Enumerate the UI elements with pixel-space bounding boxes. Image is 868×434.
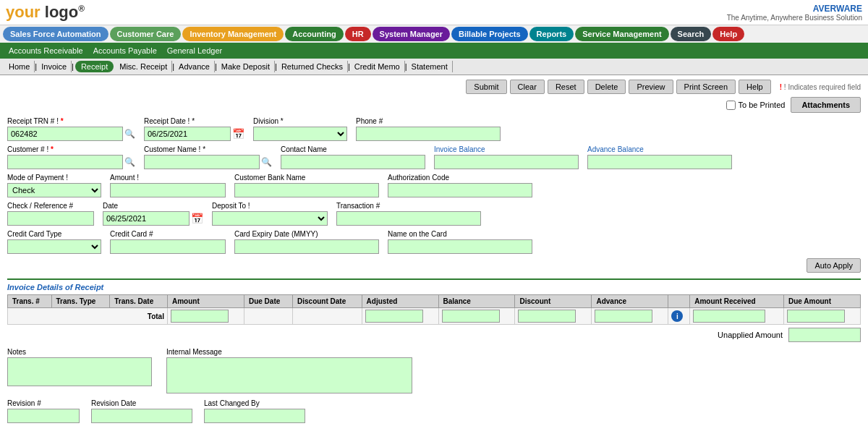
- info-icon[interactable]: i: [671, 310, 683, 322]
- form-row-4: Check / Reference # Date 📅 Deposit To ! …: [7, 202, 861, 226]
- check-ref-group: Check / Reference #: [7, 202, 94, 226]
- customer-bank-input[interactable]: [234, 183, 379, 197]
- unapplied-label: Unapplied Amount: [718, 331, 783, 339]
- preview-button[interactable]: Preview: [629, 80, 673, 94]
- total-due-amount-input[interactable]: [787, 310, 845, 323]
- receipt-date-group: Receipt Date ! * 📅: [144, 117, 244, 141]
- invoice-balance-link[interactable]: Invoice Balance: [434, 145, 485, 153]
- subnav-gl[interactable]: General Ledger: [163, 45, 226, 56]
- total-amount-received-input[interactable]: [693, 310, 765, 323]
- tab-advance[interactable]: Advance: [174, 61, 215, 72]
- amount-input[interactable]: [110, 183, 226, 197]
- customer-num-input[interactable]: [7, 155, 123, 169]
- nav-reports[interactable]: Reports: [529, 27, 574, 41]
- nav-service[interactable]: Service Management: [575, 27, 668, 41]
- deposit-to-group: Deposit To !: [212, 202, 328, 226]
- last-changed-group: Last Changed By: [204, 399, 305, 423]
- col-amount: Amount: [167, 295, 244, 308]
- invoice-balance-input[interactable]: [434, 155, 579, 169]
- tab-credit-memo[interactable]: Credit Memo: [350, 61, 405, 72]
- customer-num-search-icon[interactable]: 🔍: [124, 157, 135, 167]
- form-row-5: Credit Card Type Credit Card # Card Expi…: [7, 230, 861, 254]
- nav-inventory[interactable]: Inventory Management: [182, 27, 284, 41]
- total-amount-input[interactable]: [171, 310, 229, 323]
- tab-home[interactable]: Home: [4, 61, 35, 72]
- subnav: Accounts Receivable Accounts Payable Gen…: [0, 43, 868, 59]
- delete-button[interactable]: Delete: [587, 80, 626, 94]
- transaction-input[interactable]: [336, 211, 481, 226]
- auth-code-input[interactable]: [388, 183, 532, 197]
- col-discount-date: Discount Date: [293, 295, 362, 308]
- advance-balance-input[interactable]: [587, 155, 732, 169]
- nav-accounting[interactable]: Accounting: [285, 27, 344, 41]
- check-ref-input[interactable]: [7, 211, 94, 226]
- mode-payment-select[interactable]: CheckCashCredit CardWire Transfer: [7, 183, 101, 197]
- form-row-2: Customer # ! * 🔍 Customer Name ! * 🔍 Con…: [7, 145, 861, 169]
- advance-balance-group: Advance Balance: [587, 145, 732, 169]
- customer-name-search-icon[interactable]: 🔍: [261, 157, 272, 167]
- subnav-ar[interactable]: Accounts Receivable: [4, 45, 88, 56]
- help-button[interactable]: Help: [739, 80, 771, 94]
- clear-button[interactable]: Clear: [510, 80, 545, 94]
- to-be-printed-checkbox[interactable]: [726, 101, 736, 110]
- nav-search[interactable]: Search: [671, 27, 712, 41]
- nav-billable[interactable]: Billable Projects: [451, 27, 528, 41]
- auto-apply-row: Auto Apply: [7, 258, 861, 273]
- total-balance-input[interactable]: [442, 310, 500, 323]
- revision-date-group: Revision Date: [91, 399, 192, 423]
- tab-statement[interactable]: Statement: [407, 61, 453, 72]
- receipt-trn-search-icon[interactable]: 🔍: [124, 129, 135, 139]
- revision-num-input[interactable]: [7, 409, 80, 423]
- nav-sales[interactable]: Sales Force Automation: [3, 27, 109, 41]
- nav-hr[interactable]: HR: [345, 27, 371, 41]
- revision-date-input[interactable]: [91, 409, 192, 423]
- total-advance-input[interactable]: [595, 310, 652, 323]
- tab-invoice[interactable]: Invoice: [37, 61, 72, 72]
- credit-card-num-input[interactable]: [110, 239, 226, 254]
- notes-label: Notes: [7, 348, 152, 356]
- receipt-date-calendar-icon[interactable]: 📅: [232, 128, 244, 140]
- credit-card-num-label: Credit Card #: [110, 230, 226, 238]
- card-expiry-input[interactable]: [234, 239, 379, 254]
- invoice-section-title: Invoice Details of Receipt: [7, 283, 861, 292]
- contact-name-input[interactable]: [281, 155, 425, 169]
- credit-card-type-select[interactable]: [7, 239, 101, 254]
- notes-textarea[interactable]: [7, 357, 152, 386]
- tab-returned-checks[interactable]: Returned Checks: [277, 61, 348, 72]
- nav-system[interactable]: System Manager: [373, 27, 450, 41]
- date-calendar-icon[interactable]: 📅: [191, 213, 203, 224]
- tab-misc-receipt[interactable]: Misc. Receipt: [115, 61, 172, 72]
- nav-customer[interactable]: Customer Care: [110, 27, 182, 41]
- invoice-balance-label: Invoice Balance: [434, 145, 579, 153]
- customer-name-input[interactable]: [144, 155, 260, 169]
- division-select[interactable]: [253, 127, 347, 141]
- phone-input[interactable]: [356, 127, 501, 141]
- name-on-card-group: Name on the Card: [388, 230, 532, 254]
- customer-name-label: Customer Name ! *: [144, 145, 272, 153]
- col-due-date: Due Date: [244, 295, 292, 308]
- deposit-to-select[interactable]: [212, 211, 328, 226]
- mode-payment-label: Mode of Payment !: [7, 174, 101, 182]
- internal-message-textarea[interactable]: [166, 357, 412, 393]
- col-trans-type: Trans. Type: [51, 295, 110, 308]
- last-changed-input[interactable]: [204, 409, 305, 423]
- tab-receipt[interactable]: Receipt: [75, 61, 114, 72]
- submit-button[interactable]: Submit: [466, 80, 506, 94]
- revision-date-label: Revision Date: [91, 399, 192, 407]
- reset-button[interactable]: Reset: [548, 80, 584, 94]
- name-on-card-input[interactable]: [388, 239, 532, 254]
- customer-bank-label: Customer Bank Name: [234, 174, 379, 182]
- nav-help[interactable]: Help: [712, 27, 744, 41]
- print-screen-button[interactable]: Print Screen: [676, 80, 736, 94]
- receipt-trn-input[interactable]: [7, 127, 123, 141]
- advance-balance-link[interactable]: Advance Balance: [587, 145, 644, 153]
- unapplied-input[interactable]: [788, 328, 861, 342]
- receipt-date-input[interactable]: [144, 127, 231, 141]
- subnav-ap[interactable]: Accounts Payable: [89, 45, 161, 56]
- total-adjusted-input[interactable]: [365, 310, 423, 323]
- auto-apply-button[interactable]: Auto Apply: [807, 258, 861, 273]
- date-input[interactable]: [103, 211, 190, 226]
- tab-make-deposit[interactable]: Make Deposit: [217, 61, 275, 72]
- attachments-button[interactable]: Attachments: [791, 97, 861, 113]
- total-discount-input[interactable]: [518, 310, 576, 323]
